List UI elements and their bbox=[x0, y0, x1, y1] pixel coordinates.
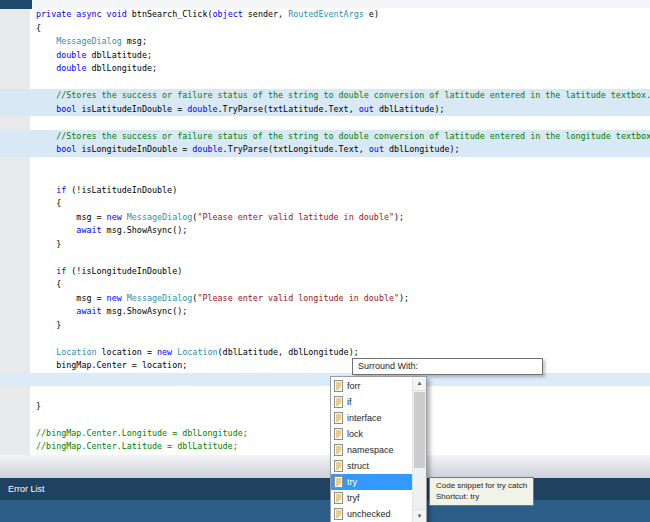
code-token: private bbox=[36, 9, 71, 19]
code-token: msg.ShowAsync(); bbox=[102, 225, 188, 235]
snippet-list-items: forrifinterfacelocknamespacestructtrytry… bbox=[331, 378, 413, 522]
code-token: } bbox=[36, 401, 41, 411]
code-line[interactable] bbox=[0, 251, 650, 265]
code-token: (!isLatitudeInDouble) bbox=[66, 185, 177, 195]
snippet-item-label: struct bbox=[347, 461, 369, 471]
code-token: ); bbox=[399, 293, 409, 303]
snippet-item-interface[interactable]: interface bbox=[331, 410, 413, 426]
code-line[interactable] bbox=[0, 332, 650, 346]
code-token bbox=[36, 266, 56, 276]
code-line[interactable]: //bingMap.Center.Latitude = dblLatitude; bbox=[0, 440, 650, 454]
code-token: new bbox=[107, 293, 122, 303]
code-line[interactable]: private async void btnSearch_Click(objec… bbox=[0, 8, 650, 22]
code-line[interactable]: //Stores the success or failure status o… bbox=[0, 130, 650, 144]
code-line[interactable]: msg = new MessageDialog("Please enter va… bbox=[0, 211, 650, 225]
code-lines: private async void btnSearch_Click(objec… bbox=[0, 8, 650, 454]
code-line[interactable]: //bingMap.Center.Longitude = dblLongitud… bbox=[0, 427, 650, 441]
code-line[interactable]: if (!isLatitudeInDouble) bbox=[0, 184, 650, 198]
snippet-item-label: if bbox=[347, 397, 352, 407]
scrollbar-thumb[interactable] bbox=[414, 392, 425, 468]
code-token: { bbox=[36, 198, 61, 208]
code-token: } bbox=[36, 320, 61, 330]
code-line[interactable]: double dblLongitude; bbox=[0, 62, 650, 76]
code-line[interactable] bbox=[0, 413, 650, 427]
scroll-up-arrow-icon[interactable]: ▲ bbox=[413, 377, 426, 391]
code-token: async bbox=[76, 9, 101, 19]
code-token: await bbox=[76, 225, 101, 235]
snippet-item-lock[interactable]: lock bbox=[331, 426, 413, 442]
error-list-panel-header[interactable]: Error List bbox=[0, 478, 650, 500]
code-token: //bingMap.Center.Latitude = dblLatitude; bbox=[36, 441, 238, 451]
code-editor[interactable]: private async void btnSearch_Click(objec… bbox=[0, 0, 650, 455]
snippet-item-struct[interactable]: struct bbox=[331, 458, 413, 474]
snippet-icon bbox=[333, 380, 344, 392]
code-token: isLongitudeInDouble = bbox=[76, 144, 192, 154]
code-line[interactable]: } bbox=[0, 319, 650, 333]
code-token: double bbox=[187, 104, 217, 114]
code-line[interactable]: bool isLongitudeInDouble = double.TryPar… bbox=[0, 143, 650, 157]
code-token: "Please enter valid latitude in double" bbox=[197, 212, 394, 222]
code-line[interactable]: if (!isLongitudeInDouble) bbox=[0, 265, 650, 279]
tooltip-description: Code snippet for try catch bbox=[436, 480, 527, 491]
code-token bbox=[36, 144, 56, 154]
code-token: await bbox=[76, 306, 101, 316]
code-token: //Stores the success or failure status o… bbox=[36, 90, 650, 100]
snippet-icon bbox=[333, 476, 344, 488]
code-token: double bbox=[56, 50, 86, 60]
code-token: RoutedEventArgs bbox=[288, 9, 364, 19]
code-line[interactable]: } bbox=[0, 238, 650, 252]
snippet-item-label: interface bbox=[347, 413, 382, 423]
snippet-item-label: tryf bbox=[347, 493, 360, 503]
status-bar bbox=[0, 500, 650, 522]
code-token bbox=[36, 50, 56, 60]
code-token: msg = bbox=[36, 293, 107, 303]
snippet-list-scrollbar[interactable]: ▲ ▼ bbox=[412, 377, 426, 522]
vs-editor-screen: private async void btnSearch_Click(objec… bbox=[0, 0, 650, 522]
code-line[interactable]: } bbox=[0, 400, 650, 414]
snippet-list[interactable]: forrifinterfacelocknamespacestructtrytry… bbox=[330, 376, 427, 522]
code-line[interactable]: bool isLatitudeInDouble = double.TryPars… bbox=[0, 103, 650, 117]
code-token: dblLongitude; bbox=[86, 63, 157, 73]
code-line[interactable] bbox=[0, 76, 650, 90]
code-line[interactable] bbox=[0, 116, 650, 130]
snippet-item-namespace[interactable]: namespace bbox=[331, 442, 413, 458]
snippet-item-try[interactable]: try bbox=[331, 474, 413, 490]
snippet-icon bbox=[333, 412, 344, 424]
snippet-item-tryf[interactable]: tryf bbox=[331, 490, 413, 506]
code-token: .TryParse(txtLatitude.Text, bbox=[218, 104, 359, 114]
snippet-item-label: lock bbox=[347, 429, 363, 439]
code-line[interactable] bbox=[0, 170, 650, 184]
code-token: Location bbox=[56, 347, 96, 357]
code-line[interactable]: MessageDialog msg; bbox=[0, 35, 650, 49]
code-line[interactable]: { bbox=[0, 278, 650, 292]
code-line[interactable] bbox=[0, 157, 650, 171]
snippet-item-unchecked[interactable]: unchecked bbox=[331, 506, 413, 522]
code-line[interactable] bbox=[0, 386, 650, 400]
snippet-icon bbox=[333, 428, 344, 440]
code-line[interactable]: double dblLatitude; bbox=[0, 49, 650, 63]
code-token bbox=[36, 225, 76, 235]
snippet-item-forr[interactable]: forr bbox=[331, 378, 413, 394]
top-edge-strip bbox=[0, 0, 650, 8]
snippet-item-label: try bbox=[347, 477, 357, 487]
code-token: .TryParse(txtLongitude.Text, bbox=[223, 144, 369, 154]
code-token: msg.ShowAsync(); bbox=[102, 306, 188, 316]
code-token: new bbox=[157, 347, 172, 357]
code-line[interactable]: { bbox=[0, 197, 650, 211]
code-token: //bingMap.Center.Longitude = dblLongitud… bbox=[36, 428, 248, 438]
snippet-icon bbox=[333, 460, 344, 472]
code-line[interactable]: bingMap.Center = location; bbox=[0, 359, 650, 373]
scroll-down-arrow-icon[interactable]: ▼ bbox=[413, 509, 426, 522]
code-token bbox=[36, 185, 56, 195]
code-token: dblLatitude; bbox=[86, 50, 152, 60]
code-token: double bbox=[192, 144, 222, 154]
code-line[interactable] bbox=[0, 373, 650, 387]
code-line[interactable]: await msg.ShowAsync(); bbox=[0, 305, 650, 319]
snippet-item-if[interactable]: if bbox=[331, 394, 413, 410]
code-line[interactable]: Location location = new Location(dblLati… bbox=[0, 346, 650, 360]
code-line[interactable]: { bbox=[0, 22, 650, 36]
code-line[interactable]: await msg.ShowAsync(); bbox=[0, 224, 650, 238]
code-line[interactable]: msg = new MessageDialog("Please enter va… bbox=[0, 292, 650, 306]
code-token: "Please enter valid longitude in double" bbox=[197, 293, 399, 303]
code-line[interactable]: //Stores the success or failure status o… bbox=[0, 89, 650, 103]
